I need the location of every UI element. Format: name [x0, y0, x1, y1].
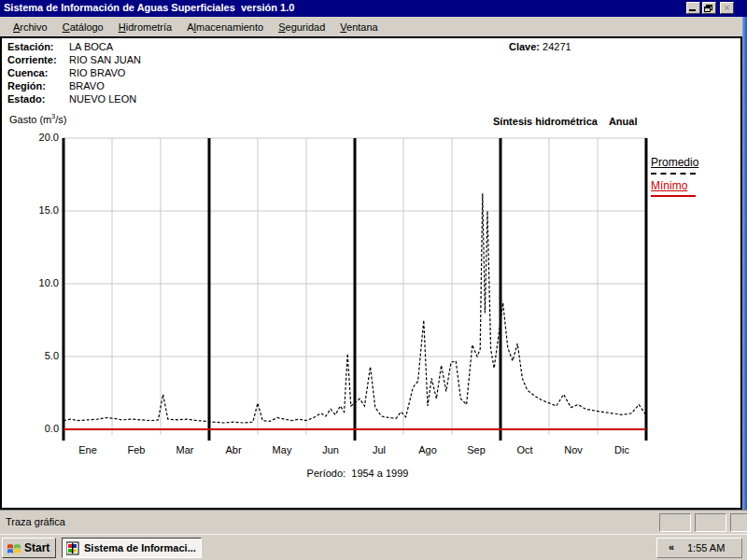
station-row: Corriente:RIO SAN JUAN	[7, 54, 141, 67]
y-tick-label: 15.0	[0, 204, 59, 216]
minimize-icon	[689, 9, 696, 11]
y-tick-label: 0.0	[0, 423, 59, 434]
taskbar: Start Sistema de Informaci... « 1:55 AM	[0, 534, 747, 560]
gasto-prefix: Gasto (m	[9, 114, 51, 125]
chart-legend: Promedio Mínimo	[651, 156, 698, 197]
menu-ventana[interactable]: Ventana	[332, 20, 385, 35]
start-button[interactable]: Start	[2, 538, 56, 558]
month-label: Ene	[63, 444, 112, 455]
field-value: BRAVO	[69, 80, 105, 91]
month-label: Jun	[306, 444, 355, 455]
station-row: Región:BRAVO	[7, 80, 105, 93]
chart-title: Síntesis hidrométricaAnual	[493, 116, 637, 127]
month-label: Feb	[112, 444, 161, 455]
chart-title-text: Síntesis hidrométrica	[493, 116, 598, 127]
legend-minimo-label: Mínimo	[651, 179, 698, 192]
field-label: Corriente:	[7, 54, 69, 65]
month-label: Nov	[549, 444, 598, 455]
y-tick-label: 5.0	[0, 350, 59, 361]
legend-promedio-label: Promedio	[651, 156, 698, 169]
month-label: Oct	[500, 444, 549, 455]
menu-bar: Archivo Catálogo Hidrometría Almacenamie…	[0, 17, 742, 36]
menu-archivo[interactable]: Archivo	[6, 20, 55, 35]
start-label: Start	[24, 541, 49, 554]
minimize-button[interactable]	[686, 2, 700, 14]
app-icon	[66, 541, 80, 555]
menu-label-part: A	[187, 21, 193, 33]
menu-accesskey: S	[278, 21, 285, 33]
menu-label-part: idrometría	[126, 21, 173, 33]
station-row: Cuenca:RIO BRAVO	[7, 67, 125, 80]
taskbar-app-label: Sistema de Informaci...	[84, 542, 196, 553]
clave-field: Clave: 24271	[509, 41, 571, 52]
clock[interactable]: 1:55 AM	[687, 542, 725, 553]
clave-label: Clave:	[509, 41, 540, 52]
window-controls: ×	[686, 2, 734, 14]
windows-flag-icon	[7, 541, 21, 555]
y-tick-label: 10.0	[0, 277, 59, 288]
month-label: Dic	[598, 444, 646, 455]
menu-label-part: entana	[346, 21, 378, 33]
status-panel	[695, 513, 726, 532]
field-label: Estación:	[7, 41, 69, 52]
field-value: RIO SAN JUAN	[69, 54, 141, 65]
legend-minimo-line-sample	[651, 195, 696, 197]
legend-promedio-line-sample	[651, 173, 696, 175]
restore-icon	[704, 7, 711, 12]
window-right-border	[742, 17, 747, 510]
field-value: LA BOCA	[69, 41, 113, 52]
status-panel	[659, 513, 691, 532]
close-button[interactable]: ×	[720, 2, 734, 14]
field-label: Región:	[7, 80, 69, 91]
month-label: Ago	[403, 444, 452, 455]
month-label: Abr	[209, 444, 258, 455]
field-value: NUEVO LEON	[69, 93, 136, 105]
y-tick-label: 20.0	[0, 132, 59, 143]
menu-accesskey: C	[63, 21, 70, 33]
tray-chevron-button[interactable]: «	[663, 540, 680, 555]
month-label: Sep	[452, 444, 500, 455]
y-axis-title: Gasto (m3/s)	[9, 113, 66, 125]
menu-label-part: macenamiento	[196, 21, 263, 33]
status-bar: Traza gráfica	[0, 510, 747, 534]
field-label: Cuenca:	[7, 67, 69, 78]
menu-almacenamiento[interactable]: Almacenamiento	[179, 20, 271, 35]
period-note: Período: 1954 a 1999	[180, 468, 535, 479]
status-panel	[730, 513, 747, 532]
menu-label-part: atálogo	[70, 21, 104, 33]
menu-accesskey: H	[119, 21, 126, 33]
client-area	[0, 36, 742, 510]
chart-mode-anual: Anual	[609, 116, 638, 127]
month-label: Jul	[355, 444, 403, 455]
station-row: Estación:LA BOCA	[7, 41, 113, 54]
field-label: Estado:	[7, 93, 69, 105]
status-message: Traza gráfica	[6, 516, 65, 527]
restore-button[interactable]	[702, 2, 716, 14]
menu-label-part: eguridad	[286, 21, 326, 33]
menu-seguridad[interactable]: Seguridad	[271, 20, 332, 35]
month-label: Mar	[161, 444, 209, 455]
month-label: May	[258, 444, 306, 455]
system-tray: « 1:55 AM	[656, 538, 742, 558]
station-row: Estado:NUEVO LEON	[7, 93, 136, 106]
title-bar: Sistema de Información de Aguas Superfic…	[0, 0, 747, 17]
window-title: Sistema de Información de Aguas Superfic…	[4, 2, 294, 13]
gasto-suffix: /s)	[55, 114, 66, 125]
application-window: Sistema de Información de Aguas Superfic…	[0, 0, 747, 560]
menu-hidrometria[interactable]: Hidrometría	[111, 20, 179, 35]
clave-value: 24271	[543, 41, 571, 52]
menu-catalogo[interactable]: Catálogo	[55, 20, 111, 35]
field-value: RIO BRAVO	[69, 67, 125, 78]
menu-label-part: rchivo	[20, 21, 47, 33]
taskbar-app-button[interactable]: Sistema de Informaci...	[62, 538, 202, 558]
